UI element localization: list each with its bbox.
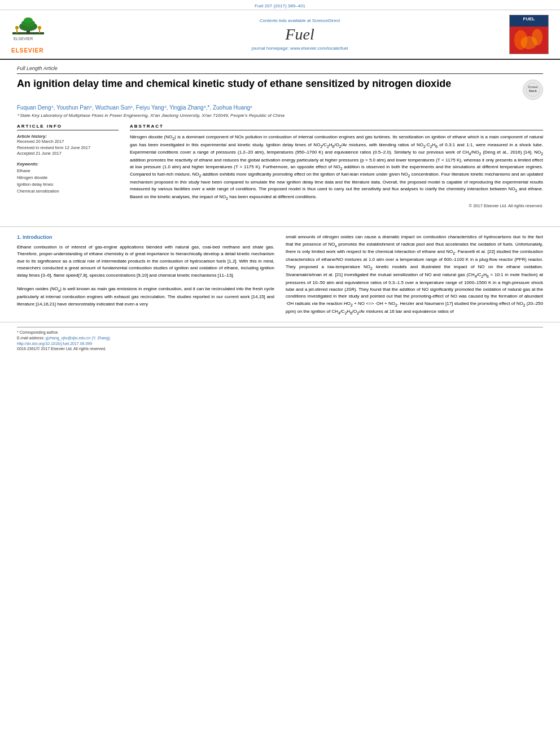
keyword-no2: Nitrogen dioxide	[17, 174, 119, 181]
article-info-section-title: ARTICLE INFO	[17, 124, 119, 130]
keywords-label: Keywords:	[17, 161, 119, 167]
email-label: E-mail address:	[17, 336, 45, 340]
fuel-cover-image: FUEL FUEL	[509, 15, 549, 54]
main-content-area: Full Length Article An ignition delay ti…	[0, 60, 560, 220]
svg-point-15	[520, 36, 537, 49]
keyword-ignition: Ignition delay times	[17, 181, 119, 188]
elsevier-tree-icon: ELSEVIER	[11, 15, 45, 46]
sciencedirect-text: Contents lists available at ScienceDirec…	[96, 18, 504, 23]
accepted-date: Accepted 21 June 2017	[17, 151, 119, 157]
elsevier-logo: ELSEVIER ELSEVIER	[11, 15, 96, 54]
received-date: Received 20 March 2017	[17, 139, 119, 145]
intro-paragraph-3: small amounts of nitrogen oxides can cau…	[286, 234, 543, 316]
svg-point-4	[24, 18, 33, 23]
email-note: E-mail address: yjzhang_xjtu@xjtu.edu.cn…	[17, 335, 543, 342]
svg-text:Cross: Cross	[528, 85, 538, 89]
article-history-label: Article history:	[17, 134, 119, 139]
svg-text:ELSEVIER: ELSEVIER	[14, 37, 33, 41]
introduction-heading: 1. Introduction	[17, 234, 274, 242]
svg-point-7	[38, 26, 41, 29]
publisher-logo-area: ELSEVIER ELSEVIER	[11, 15, 96, 54]
corresponding-author-note: * Corresponding author.	[17, 330, 543, 336]
copyright-notice: © 2017 Elsevier Ltd. All rights reserved…	[130, 203, 543, 208]
journal-header: ELSEVIER ELSEVIER Contents lists availab…	[0, 10, 560, 60]
email-address: yjzhang_xjtu@xjtu.edu.cn (Y. Zhang).	[46, 336, 111, 340]
article-info-abstract-row: ARTICLE INFO Article history: Received 2…	[17, 124, 543, 208]
journal-title: Fuel	[96, 25, 504, 43]
introduction-title-text: Introduction	[23, 234, 53, 240]
abstract-body: Nitrogen dioxide (NO2) is a dominant com…	[130, 134, 543, 201]
abstract-column: ABSTRACT Nitrogen dioxide (NO2) is a dom…	[130, 124, 543, 208]
intro-paragraph-2: Nitrogen oxides (NOx) is well known as m…	[17, 286, 274, 308]
journal-citation-bar: Fuel 207 (2017) 389–401	[0, 0, 560, 10]
crossmark-icon: Cross Mark	[526, 82, 540, 97]
doi-url[interactable]: http://dx.doi.org/10.1016/j.fuel.2017.06…	[17, 342, 543, 346]
article-type-label: Full Length Article	[17, 65, 543, 74]
svg-point-5	[15, 26, 19, 29]
issn-line: 0016-2361/© 2017 Elsevier Ltd. All right…	[17, 347, 543, 351]
article-info-column: ARTICLE INFO Article history: Received 2…	[17, 124, 119, 208]
journal-info-center: Contents lists available at ScienceDirec…	[96, 18, 504, 51]
article-title-text: An ignition delay time and chemical kine…	[17, 77, 523, 90]
journal-homepage: journal homepage: www.elsevier.com/locat…	[96, 46, 504, 51]
section-divider	[0, 226, 560, 227]
article-title-block: An ignition delay time and chemical kine…	[17, 77, 543, 100]
footer-divider	[17, 327, 543, 327]
introduction-section: 1. Introduction Ethane combustion is of …	[0, 234, 560, 316]
svg-text:Mark: Mark	[529, 89, 537, 93]
abstract-section-title: ABSTRACT	[130, 124, 543, 130]
elsevier-brand-text: ELSEVIER	[11, 47, 43, 54]
journal-cover-area: FUEL FUEL	[504, 15, 549, 54]
keyword-ethane: Ethane	[17, 168, 119, 174]
crossmark-badge: Cross Mark	[523, 80, 543, 100]
introduction-column-left: 1. Introduction Ethane combustion is of …	[17, 234, 274, 316]
page-footer: * Corresponding author. E-mail address: …	[0, 322, 560, 353]
authors-line: Fuquan Dengᵃ, Youshun Panᵃ, Wuchuan Sunᵃ…	[17, 104, 543, 111]
introduction-number: 1.	[17, 234, 23, 240]
introduction-column-right: small amounts of nitrogen oxides can cau…	[286, 234, 543, 316]
revised-date: Received in revised form 12 June 2017	[17, 145, 119, 151]
keyword-chemical: Chemical sensitization	[17, 188, 119, 195]
affiliation-line: ᵃ State Key Laboratory of Multiphase Flo…	[17, 113, 543, 118]
corresponding-label: * Corresponding author.	[17, 330, 59, 334]
intro-paragraph-1: Ethane combustion is of interest of gas-…	[17, 244, 274, 279]
fuel-cover-label: FUEL	[523, 16, 535, 21]
page: Fuel 207 (2017) 389–401	[0, 0, 560, 747]
journal-citation: Fuel 207 (2017) 389–401	[255, 3, 305, 8]
